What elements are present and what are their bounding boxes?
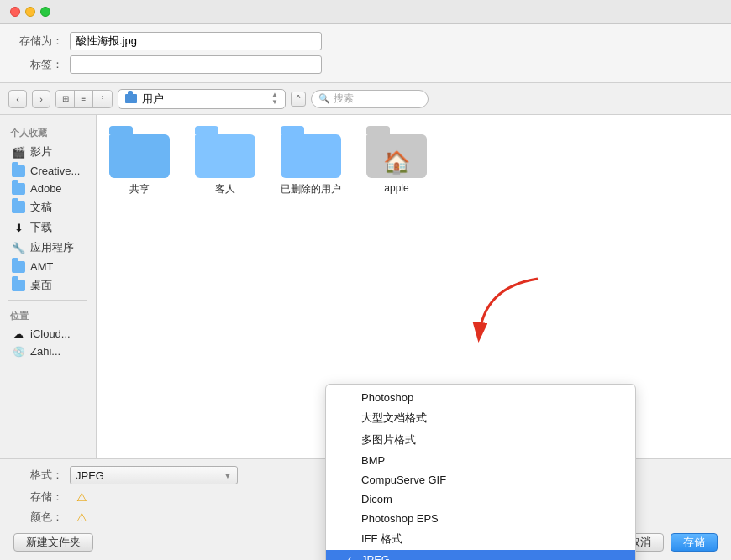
save-button[interactable]: 存储	[671, 533, 718, 552]
title-bar	[0, 0, 731, 24]
amt-folder-icon	[12, 261, 25, 273]
save-as-label: 存储为：	[17, 34, 63, 49]
shared-folder-label: 共享	[129, 182, 150, 196]
guest-folder-icon	[195, 128, 255, 178]
sidebar-item-movies[interactable]: 🎬 影片	[3, 142, 92, 162]
deleted-folder-icon	[281, 128, 341, 178]
sidebar-item-zahi[interactable]: 💿 Zahi...	[3, 343, 92, 360]
dropdown-item-multi-pic[interactable]: 多图片格式	[326, 429, 635, 451]
sidebar-divider	[8, 300, 87, 301]
downloads-icon: ⬇	[12, 222, 25, 233]
expand-button[interactable]: ^	[291, 92, 306, 107]
tag-label: 标签：	[17, 57, 63, 72]
sidebar-creative-label: Creative...	[30, 165, 80, 177]
adobe-folder-icon	[12, 183, 25, 195]
search-placeholder-text: 搜索	[334, 92, 421, 106]
icon-view-button[interactable]: ⊞	[56, 91, 75, 107]
color-warning-icon: ⚠	[76, 510, 87, 524]
format-dropdown[interactable]: Photoshop 大型文档格式 多图片格式 BMP CompuServe GI…	[325, 384, 636, 560]
color-label: 颜色：	[17, 510, 63, 525]
toolbar: ‹ › ⊞ ≡ ⋮ 用户 ▲ ▼ ^ 🔍 搜索	[0, 83, 731, 115]
sidebar-item-adobe[interactable]: Adobe	[3, 180, 92, 197]
dropdown-item-jpeg[interactable]: ✓ JPEG	[326, 550, 635, 560]
arrow-indicator	[466, 270, 550, 346]
dropdown-item-iff[interactable]: IFF 格式	[326, 528, 635, 550]
creative-folder-icon	[12, 165, 25, 177]
format-value: JPEG	[76, 469, 104, 482]
view-toggle: ⊞ ≡ ⋮	[55, 90, 113, 108]
search-bar[interactable]: 🔍 搜索	[311, 90, 429, 108]
sidebar-zahi-label: Zahi...	[30, 345, 60, 358]
documents-folder-icon	[12, 201, 25, 213]
sidebar-icloud-label: iCloud...	[30, 327, 71, 340]
favorites-label: 个人收藏	[0, 122, 96, 142]
desktop-folder-icon	[12, 280, 25, 291]
down-arrow: ▼	[271, 99, 278, 106]
apple-folder-label: apple	[384, 182, 408, 194]
dropdown-item-bmp[interactable]: BMP	[326, 451, 635, 470]
new-folder-button[interactable]: 新建文件夹	[13, 533, 93, 552]
file-item-shared[interactable]: 共享	[109, 128, 170, 196]
maximize-button[interactable]	[40, 7, 50, 17]
location-bar[interactable]: 用户 ▲ ▼	[118, 89, 286, 109]
sidebar-documents-label: 文稿	[30, 200, 52, 215]
dialog-header: 存储为： 标签：	[0, 24, 731, 83]
sidebar-movies-label: 影片	[30, 144, 52, 160]
sidebar-amt-label: AMT	[30, 260, 53, 273]
dropdown-item-gif[interactable]: CompuServe GIF	[326, 470, 635, 489]
sidebar-downloads-label: 下载	[30, 220, 52, 235]
filename-input[interactable]	[70, 32, 322, 50]
locations-label: 位置	[0, 305, 96, 325]
sidebar-applications-label: 应用程序	[30, 240, 74, 255]
deleted-folder-label: 已删除的用户	[281, 182, 341, 196]
file-item-apple[interactable]: 🏠 apple	[366, 128, 427, 194]
close-button[interactable]	[10, 7, 20, 17]
sidebar-item-downloads[interactable]: ⬇ 下载	[3, 217, 92, 238]
dropdown-arrow: ▼	[224, 471, 232, 480]
movie-icon: 🎬	[12, 146, 25, 158]
sidebar-item-amt[interactable]: AMT	[3, 258, 92, 275]
save-options-label: 存储：	[17, 489, 63, 505]
format-label: 格式：	[17, 468, 63, 483]
tag-input[interactable]	[70, 55, 322, 74]
applications-icon: 🔧	[12, 242, 25, 254]
list-view-button[interactable]: ≡	[75, 91, 93, 107]
format-select[interactable]: JPEG ▼	[70, 466, 238, 484]
filename-row: 存储为：	[17, 32, 714, 50]
back-button[interactable]: ‹	[8, 90, 27, 108]
minimize-button[interactable]	[25, 7, 35, 17]
location-text: 用户	[142, 92, 266, 107]
file-item-guest[interactable]: 客人	[195, 128, 255, 196]
location-arrows: ▲ ▼	[271, 92, 278, 106]
dropdown-item-photoshop[interactable]: Photoshop	[326, 388, 635, 407]
folder-icon-small	[125, 94, 137, 103]
sidebar-item-icloud[interactable]: ☁ iCloud...	[3, 325, 92, 343]
sidebar-item-documents[interactable]: 文稿	[3, 197, 92, 217]
file-item-deleted[interactable]: 已删除的用户	[281, 128, 341, 196]
search-icon: 🔍	[318, 93, 330, 104]
save-warning-icon: ⚠	[76, 490, 87, 504]
tag-row: 标签：	[17, 55, 714, 74]
guest-folder-label: 客人	[215, 182, 235, 196]
sidebar-item-applications[interactable]: 🔧 应用程序	[3, 238, 92, 258]
check-jpeg: ✓	[344, 554, 356, 561]
sidebar-desktop-label: 桌面	[30, 278, 52, 293]
traffic-lights	[10, 7, 50, 17]
up-arrow: ▲	[271, 92, 278, 98]
dropdown-item-dicom[interactable]: Dicom	[326, 489, 635, 509]
sidebar-item-desktop[interactable]: 桌面	[3, 275, 92, 296]
apple-home-icon: 🏠	[366, 128, 427, 178]
sidebar-adobe-label: Adobe	[30, 182, 62, 195]
drive-icon: 💿	[12, 346, 25, 358]
forward-button[interactable]: ›	[32, 90, 50, 108]
dropdown-item-large-doc[interactable]: 大型文档格式	[326, 407, 635, 429]
icloud-icon: ☁	[12, 328, 25, 340]
dropdown-item-eps[interactable]: Photoshop EPS	[326, 509, 635, 528]
column-view-button[interactable]: ⋮	[93, 91, 112, 107]
shared-folder-icon	[109, 128, 170, 178]
sidebar-item-creative[interactable]: Creative...	[3, 162, 92, 180]
